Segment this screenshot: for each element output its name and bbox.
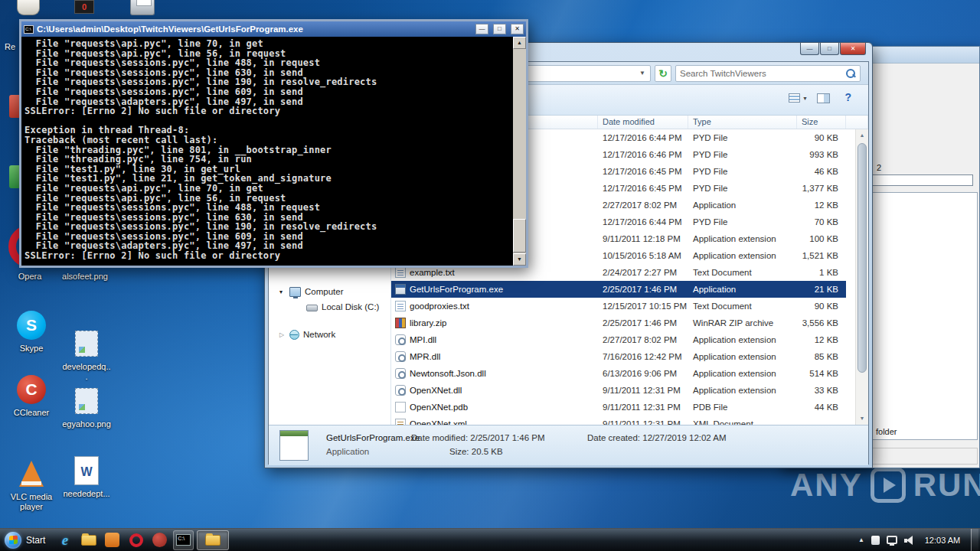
file-type: XML Document	[688, 419, 797, 425]
file-row[interactable]: MPR.dll 7/16/2016 12:42 PM Application e…	[391, 348, 846, 365]
preview-pane-button[interactable]	[817, 93, 830, 103]
file-date: 2/27/2017 8:02 PM	[598, 335, 688, 344]
file-size: 33 KB	[797, 386, 846, 395]
search-box[interactable]	[675, 65, 861, 82]
breadcrumb-dropdown-icon[interactable]: ▼	[639, 70, 645, 77]
console-line: File "requests\sessions.pyc", line 609, …	[24, 87, 511, 97]
console-scroll-down-icon[interactable]: ▼	[513, 253, 526, 266]
file-name: example.txt	[410, 268, 455, 277]
file-name: OpenXNet.pdb	[410, 403, 468, 412]
maximize-button[interactable]: □	[820, 43, 839, 55]
desktop-icon[interactable]: neededept...	[61, 453, 112, 499]
file-type: Application	[688, 285, 797, 294]
explorer-window-controls: — □ ✕	[799, 43, 866, 55]
desktop-icon-label: VLC media player	[6, 492, 57, 512]
winrar-count-text: 2	[877, 163, 881, 172]
file-name: GetUrlsForProgram.exe	[410, 285, 503, 294]
network-icon[interactable]	[887, 536, 897, 544]
scrollbar-thumb[interactable]	[858, 143, 867, 373]
partial-desktop-icon-badge[interactable]: 0	[74, 0, 94, 14]
console-scrollbar[interactable]: ▲ ▼	[513, 37, 526, 266]
file-date: 2/27/2017 8:02 PM	[598, 201, 688, 210]
nav-item-icon	[289, 287, 301, 297]
file-date: 9/11/2011 12:31 PM	[598, 403, 688, 412]
file-row[interactable]: Newtonsoft.Json.dll 6/13/2016 9:06 PM Ap…	[391, 365, 846, 382]
nav-item[interactable]: Computer	[269, 284, 390, 299]
start-button[interactable]: Start	[0, 529, 53, 551]
show-hidden-icons-button[interactable]: ▲	[858, 536, 864, 543]
file-row[interactable]: GetUrlsForProgram.exe 2/25/2017 1:46 PM …	[391, 281, 846, 298]
partial-desktop-icon-printer[interactable]	[130, 0, 155, 15]
taskbar-clock[interactable]: 12:03 AM	[921, 536, 964, 545]
desktop-icon[interactable]: developedq...	[61, 326, 112, 382]
file-type: Text Document	[688, 268, 797, 277]
show-desktop-button[interactable]	[971, 529, 978, 551]
file-name: OpenXNet.dll	[410, 386, 462, 395]
file-type: Application extension	[688, 335, 797, 344]
file-row[interactable]: OpenXNet.dll 9/11/2011 12:31 PM Applicat…	[391, 382, 846, 399]
file-date: 10/15/2016 5:18 AM	[598, 251, 688, 260]
file-icon	[395, 351, 406, 362]
file-row[interactable]: library.zip 2/25/2017 1:46 PM WinRAR ZIP…	[391, 315, 846, 331]
desktop-icon[interactable]: VLC media player	[6, 456, 57, 512]
partial-desktop-icon-cup[interactable]	[17, 0, 40, 15]
details-file-type: Application	[326, 447, 369, 456]
nav-item[interactable]: Local Disk (C:)	[269, 299, 390, 315]
file-list-scrollbar[interactable]: ▲ ▼	[855, 129, 868, 425]
close-button[interactable]: ✕	[840, 43, 866, 55]
taskbar-ie-button[interactable]: e	[54, 530, 75, 550]
file-date: 7/16/2016 12:42 PM	[598, 352, 688, 361]
scroll-up-icon[interactable]: ▲	[856, 129, 868, 142]
nav-item[interactable]: Network	[269, 327, 390, 342]
file-name: OpenXNet.xml	[410, 419, 467, 425]
scroll-down-icon[interactable]: ▼	[856, 412, 868, 425]
console-maximize-button[interactable]: □	[493, 24, 506, 34]
partial-desktop-icon-red[interactable]	[9, 95, 19, 118]
console-scroll-up-icon[interactable]: ▲	[513, 37, 526, 49]
file-row[interactable]: goodproxies.txt 12/15/2017 10:15 PM Text…	[391, 298, 846, 315]
file-date: 12/17/2016 6:44 PM	[598, 217, 688, 227]
taskbar-console-button[interactable]	[173, 530, 194, 550]
desktop-icon[interactable]: Skype	[6, 308, 57, 354]
refresh-button[interactable]: ↻	[655, 65, 671, 82]
views-icon	[789, 93, 800, 103]
file-type: PYD File	[688, 167, 797, 176]
file-icon	[395, 402, 406, 412]
taskbar-explorer-button[interactable]	[78, 530, 99, 550]
expander-icon[interactable]	[279, 289, 286, 295]
windows-flag-icon	[9, 536, 18, 545]
action-center-icon[interactable]	[871, 536, 880, 545]
taskbar-app-orange-button[interactable]	[102, 530, 122, 550]
console-titlebar[interactable]: C:\Users\admin\Desktop\TwitchViewers\Get…	[21, 21, 526, 37]
search-input[interactable]	[680, 69, 845, 78]
taskbar-app-red-button[interactable]	[149, 530, 170, 550]
column-header-type[interactable]: Type	[688, 116, 797, 129]
file-size: 44 KB	[797, 403, 846, 412]
winrar-address-field[interactable]	[871, 174, 973, 186]
desktop-icon[interactable]: CCleaner	[6, 372, 57, 418]
help-button[interactable]: ?	[844, 91, 851, 103]
desktop-icon-image	[61, 383, 112, 417]
console-close-button[interactable]: ✕	[511, 24, 524, 34]
file-size: 1 KB	[797, 268, 846, 277]
desktop-icon[interactable]: egyahoo.png	[61, 383, 112, 429]
taskbar-opera-button[interactable]	[126, 530, 146, 550]
taskbar-explorer-window-button[interactable]	[197, 530, 229, 550]
file-icon	[395, 334, 406, 345]
file-date: 12/15/2017 10:15 PM	[598, 302, 688, 311]
change-view-button[interactable]: ▼	[789, 92, 810, 104]
expander-icon[interactable]	[279, 331, 286, 338]
console-scrollbar-thumb[interactable]	[513, 219, 526, 253]
column-header-date[interactable]: Date modified	[598, 116, 688, 129]
file-row[interactable]: MPI.dll 2/27/2017 8:02 PM Application ex…	[391, 331, 846, 348]
minimize-button[interactable]: —	[800, 43, 819, 55]
file-row[interactable]: OpenXNet.xml 9/11/2011 12:31 PM XML Docu…	[391, 416, 846, 425]
partial-desktop-icon-green[interactable]	[9, 165, 19, 188]
details-file-name: GetUrlsForProgram.exe	[326, 433, 420, 442]
volume-icon[interactable]	[904, 536, 914, 545]
file-row[interactable]: OpenXNet.pdb 9/11/2011 12:31 PM PDB File…	[391, 399, 846, 416]
desktop-icon-label: alsofeet.png	[60, 272, 110, 282]
file-date: 2/25/2017 1:46 PM	[598, 285, 688, 294]
console-minimize-button[interactable]: —	[475, 24, 488, 34]
column-header-size[interactable]: Size	[797, 116, 846, 129]
